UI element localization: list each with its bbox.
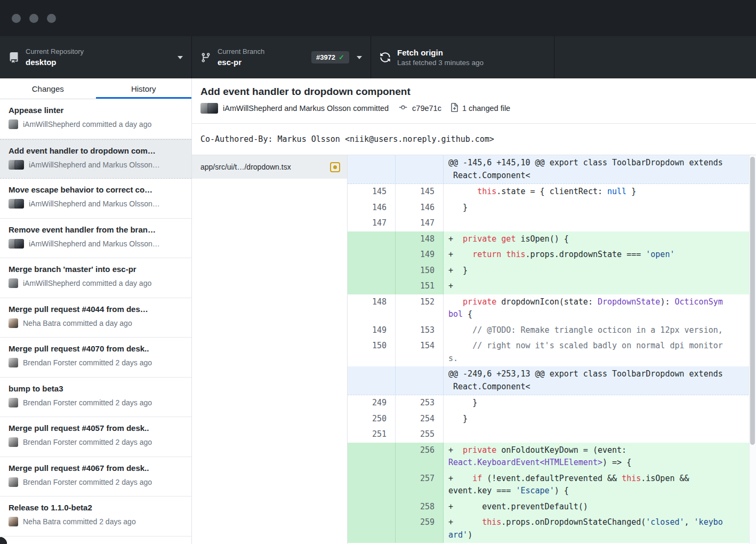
commit-list-item[interactable]: Merge pull request #4067 from desk..Bren… — [0, 457, 191, 497]
new-line-number: 149 — [396, 247, 444, 263]
commit-list-item-byline: Brendan Forster committed 2 days ago — [23, 358, 152, 367]
commit-list-item-byline: iAmWillShepherd and Markus Olsson… — [29, 199, 160, 208]
ci-status-check-icon: ✓ — [339, 53, 344, 61]
commit-list-item[interactable]: bump to beta3Brendan Forster committed 2… — [0, 378, 191, 418]
code-line: ard') — [448, 529, 756, 542]
old-line-number — [348, 247, 396, 263]
diff-row-hunk: @@ -249,6 +253,13 @@ export class Toolba… — [348, 366, 756, 395]
diff-row-added: 151+ — [348, 278, 756, 294]
new-line-number: 148 — [396, 231, 444, 247]
file-list-item[interactable]: app/src/ui/t…/dropdown.tsx — [192, 155, 347, 179]
minimize-window-button[interactable] — [29, 14, 38, 23]
commit-list-item[interactable]: Appease linteriAmWillShepherd committed … — [0, 99, 191, 139]
diff-row-context: 145145 this.state = { clientRect: null } — [348, 184, 756, 200]
fetch-origin-title: Fetch origin — [397, 47, 484, 58]
file-path: app/src/ui/t…/dropdown.tsx — [200, 163, 330, 171]
commit-author-avatars — [9, 239, 24, 249]
pull-request-number: #3972 — [316, 53, 335, 61]
commit-list-item-byline: Brendan Forster committed 2 days ago — [23, 438, 152, 446]
commit-list-item-title: Appease linter — [9, 105, 183, 116]
old-line-number: 148 — [348, 294, 396, 323]
commit-author-avatars — [200, 103, 218, 114]
chevron-down-icon — [178, 56, 183, 59]
avatar — [14, 199, 24, 209]
pull-request-badge: #3972 ✓ — [311, 51, 349, 63]
commit-list-item[interactable]: Merge pull request #4056 from desk.. — [0, 537, 191, 544]
current-branch-button[interactable]: Current Branch esc-pr #3972 ✓ — [192, 36, 371, 78]
commit-list-item-title: Remove event handler from the bran… — [9, 225, 183, 235]
toolbar: Current Repository desktop Current Branc… — [0, 36, 756, 78]
commit-list-item-title: Move escape behavior to correct co… — [9, 185, 183, 195]
tab-changes[interactable]: Changes — [0, 78, 96, 99]
sync-icon — [380, 52, 391, 63]
code-line — [448, 217, 756, 230]
commit-list-item-byline: Neha Batra committed a day ago — [23, 319, 132, 327]
code-line: @@ -249,6 +253,13 @@ export class Toolba… — [448, 368, 756, 381]
commit-author-avatars — [9, 517, 18, 526]
code-line: + — [448, 280, 756, 293]
commit-list-item[interactable]: Add event handler to dropdown com…iAmWil… — [0, 139, 191, 179]
avatar — [9, 278, 18, 288]
commit-author-avatars — [9, 437, 18, 447]
old-line-number: 251 — [348, 427, 396, 443]
modified-status-icon — [330, 162, 340, 172]
avatar — [14, 160, 24, 170]
new-line-number: 253 — [396, 395, 444, 411]
code-line: } — [448, 413, 756, 426]
commit-list-item-byline: Brendan Forster committed 2 days ago — [23, 478, 152, 486]
code-line: this.state = { clientRect: null } — [448, 186, 756, 198]
new-line-number — [396, 366, 444, 395]
commit-list-item[interactable]: Move escape behavior to correct co…iAmWi… — [0, 179, 191, 219]
commit-author-avatars — [9, 318, 18, 328]
diff-scrollbar-track[interactable] — [749, 155, 756, 544]
commit-author-avatars — [9, 477, 18, 487]
avatar — [207, 103, 218, 114]
fetch-origin-button[interactable]: Fetch origin Last fetched 3 minutes ago — [371, 36, 554, 78]
commit-detail-panel: Add event handler to dropdown component … — [192, 78, 756, 544]
commit-list: Appease linteriAmWillShepherd committed … — [0, 99, 191, 544]
commit-list-item-meta: iAmWillShepherd and Markus Olsson… — [9, 239, 183, 249]
commit-author-avatars — [9, 278, 18, 288]
traffic-lights[interactable] — [12, 14, 56, 23]
diff-line-content: // right now it's scaled badly on normal… — [444, 338, 756, 366]
old-line-number: 149 — [348, 323, 396, 339]
commit-list-item-byline: iAmWillShepherd committed a day ago — [23, 279, 151, 287]
commit-list-item[interactable]: Release to 1.1.0-beta2Neha Batra committ… — [0, 497, 191, 537]
scrollbar-thumb[interactable] — [750, 157, 755, 445]
diff-line-content — [444, 427, 756, 443]
current-repository-button[interactable]: Current Repository desktop — [0, 36, 192, 78]
diff-view: @@ -145,6 +145,10 @@ export class Toolba… — [348, 155, 756, 544]
commit-list-item[interactable]: Merge pull request #4070 from desk..Bren… — [0, 338, 191, 378]
commit-list-item-title: Release to 1.1.0-beta2 — [9, 502, 183, 513]
code-line: React.Component< — [448, 381, 756, 394]
zoom-window-button[interactable] — [47, 14, 56, 23]
diff-row-added: 258+ event.preventDefault() — [348, 499, 756, 515]
commit-list-item-byline: iAmWillShepherd committed a day ago — [23, 120, 151, 129]
old-line-number — [348, 443, 396, 471]
toolbar-spacer — [554, 36, 756, 78]
diff-row-context: 147147 — [348, 215, 756, 231]
git-branch-icon — [200, 52, 211, 63]
commit-list-item-meta: Neha Batra committed a day ago — [9, 318, 183, 328]
diff-line-content: + — [444, 278, 756, 294]
diff-line-content: + private onFoldoutKeyDown = (event:Reac… — [444, 443, 756, 471]
commit-list-item-title: Merge pull request #4057 from desk.. — [9, 423, 183, 434]
commit-list-item-byline: Brendan Forster committed 2 days ago — [23, 398, 152, 407]
new-line-number: 153 — [396, 323, 444, 339]
commit-list-item-meta: Neha Batra committed 2 days ago — [9, 517, 183, 526]
old-line-number: 250 — [348, 411, 396, 427]
diff-row-context: 249253 } — [348, 395, 756, 411]
new-line-number: 151 — [396, 278, 444, 294]
commit-list-item-meta: iAmWillShepherd committed a day ago — [9, 278, 183, 288]
diff-row-context: 148152 private dropdownIcon(state: Dropd… — [348, 294, 756, 323]
tab-history[interactable]: History — [96, 78, 192, 99]
commit-sha: c79e71c — [412, 104, 441, 113]
code-line: + } — [448, 265, 756, 277]
close-window-button[interactable] — [12, 14, 21, 23]
commit-author-avatars — [9, 119, 18, 129]
commit-list-item[interactable]: Merge branch 'master' into esc-priAmWill… — [0, 258, 191, 298]
commit-list-item[interactable]: Merge pull request #4044 from des…Neha B… — [0, 298, 191, 338]
commit-list-item[interactable]: Remove event handler from the bran…iAmWi… — [0, 219, 191, 259]
avatar — [9, 477, 18, 487]
commit-list-item[interactable]: Merge pull request #4057 from desk..Bren… — [0, 417, 191, 457]
